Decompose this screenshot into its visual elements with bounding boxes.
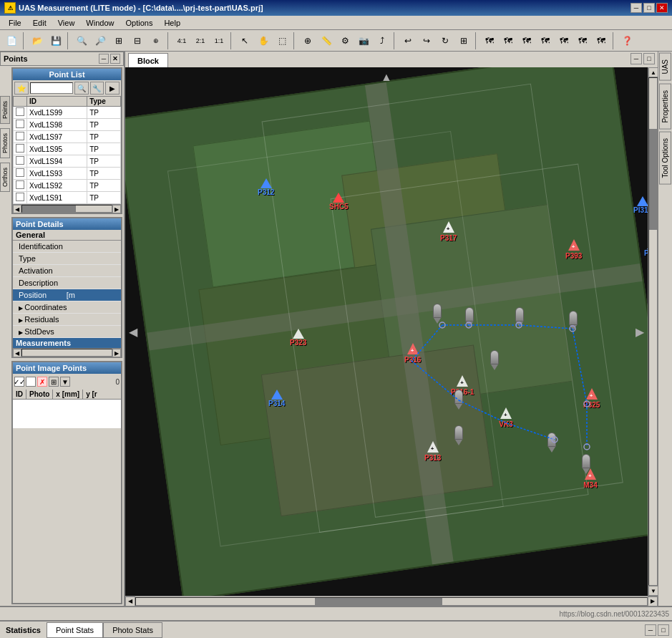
map-point-p393[interactable]: + P393 bbox=[565, 239, 582, 260]
tb-layer5[interactable]: 🗺 bbox=[555, 32, 573, 49]
right-tab-tooloptions[interactable]: Tool Options bbox=[659, 132, 671, 185]
map-nav-left[interactable]: ◀ bbox=[129, 325, 137, 339]
menu-help[interactable]: Help bbox=[158, 17, 186, 29]
tb-ratio-2to1[interactable]: 2:1 bbox=[192, 32, 209, 49]
tb-new[interactable]: 📄 bbox=[3, 32, 20, 49]
right-tab-uas[interactable]: UAS bbox=[659, 53, 671, 81]
table-row[interactable]: XvdL1S93 TP bbox=[14, 168, 121, 180]
details-stddevs[interactable]: StdDevs bbox=[13, 326, 121, 338]
hscroll-track[interactable] bbox=[21, 205, 112, 213]
details-general[interactable]: General bbox=[13, 230, 121, 241]
tb-layer7[interactable]: 🗺 bbox=[593, 32, 610, 49]
tb-select-rect[interactable]: ⬚ bbox=[273, 32, 291, 49]
tb-measure[interactable]: 📏 bbox=[318, 32, 335, 49]
table-row[interactable]: XvdL1S92 TP bbox=[14, 180, 121, 192]
map-nav-up[interactable]: ▲ bbox=[381, 71, 392, 84]
map-hscroll[interactable]: ◀ ▶ bbox=[125, 596, 658, 606]
tb-help[interactable]: ❓ bbox=[618, 32, 636, 49]
details-position[interactable]: Position [m bbox=[13, 289, 121, 301]
table-row[interactable]: XvdL1S97 TP bbox=[14, 131, 121, 143]
details-hscroll-right[interactable]: ▶ bbox=[112, 349, 121, 357]
tb-zoom-fit[interactable]: ⊞ bbox=[110, 32, 127, 49]
menu-window[interactable]: Window bbox=[80, 17, 120, 29]
tb-ratio-4to1[interactable]: 4:1 bbox=[173, 32, 190, 49]
tb-layer1[interactable]: 🗺 bbox=[481, 32, 498, 49]
pip-table-btn[interactable]: ⊞ bbox=[49, 377, 59, 387]
menu-file[interactable]: File bbox=[3, 17, 27, 29]
tb-settings[interactable]: ⚙ bbox=[336, 32, 354, 49]
details-measurements[interactable]: Measurements bbox=[13, 338, 121, 348]
tb-cursor[interactable]: ↖ bbox=[236, 32, 253, 49]
close-button[interactable]: ✕ bbox=[656, 3, 668, 13]
point-search-input[interactable] bbox=[30, 82, 73, 94]
point-search-btn[interactable]: 🔍 bbox=[74, 82, 89, 95]
map-point-p384[interactable]: P384 bbox=[644, 239, 648, 257]
vscroll-track[interactable] bbox=[648, 77, 658, 586]
stats-max-btn[interactable]: □ bbox=[658, 624, 669, 636]
maximize-button[interactable]: □ bbox=[643, 3, 655, 13]
sidebar-tab-orthos[interactable]: Orthos bbox=[0, 163, 10, 192]
points-panel-close[interactable]: ✕ bbox=[110, 54, 120, 64]
tb-filter[interactable]: ⊞ bbox=[455, 32, 472, 49]
details-identification[interactable]: Identification bbox=[13, 241, 121, 253]
details-hscroll-left[interactable]: ◀ bbox=[13, 349, 21, 357]
vscroll-down[interactable]: ▼ bbox=[648, 586, 658, 596]
map-area[interactable]: ▲ ◀ ▶ P312 SHC5 bbox=[125, 67, 648, 596]
stats-tab-photo-stats[interactable]: Photo Stats bbox=[103, 622, 162, 638]
tb-zoom-out[interactable]: 🔎 bbox=[92, 32, 109, 49]
point-list-scroll[interactable]: ID Type XvdL1S99 TP XvdL1S98 TP XvdL1S97 bbox=[13, 96, 121, 204]
col-id[interactable]: ID bbox=[27, 97, 87, 107]
block-tab-min[interactable]: ─ bbox=[630, 53, 642, 64]
details-description[interactable]: Description bbox=[13, 277, 121, 289]
tb-save[interactable]: 💾 bbox=[47, 32, 64, 49]
pip-checkbox-cross[interactable]: ✗ bbox=[37, 377, 47, 387]
hscroll-right-btn[interactable]: ▶ bbox=[648, 596, 658, 606]
tb-layer2[interactable]: 🗺 bbox=[500, 32, 517, 49]
details-hscroll[interactable]: ◀ ▶ bbox=[13, 348, 121, 357]
pip-dropdown-btn[interactable]: ▼ bbox=[60, 377, 70, 387]
point-filter-btn[interactable]: 🔧 bbox=[90, 82, 104, 95]
tb-refresh[interactable]: ↻ bbox=[437, 32, 454, 49]
hscroll-left[interactable]: ◀ bbox=[13, 205, 21, 213]
table-row[interactable]: XvdL1S91 TP bbox=[14, 192, 121, 204]
table-row[interactable]: XvdL1S99 TP bbox=[14, 107, 121, 119]
col-type[interactable]: Type bbox=[87, 97, 121, 107]
map-vscroll[interactable]: ▲ ▼ bbox=[648, 67, 658, 596]
tb-zoom-select[interactable]: ⊟ bbox=[129, 32, 146, 49]
map-point-p312[interactable]: P312 bbox=[258, 178, 274, 196]
tb-photo[interactable]: 📷 bbox=[355, 32, 372, 49]
map-point-vk3[interactable]: + VK3 bbox=[499, 407, 513, 428]
tb-open[interactable]: 📂 bbox=[29, 32, 46, 49]
tb-export[interactable]: ⤴ bbox=[374, 32, 391, 49]
hscroll-left-btn[interactable]: ◀ bbox=[125, 596, 135, 606]
map-point-shc5[interactable]: SHC5 bbox=[329, 193, 349, 211]
details-type[interactable]: Type bbox=[13, 253, 121, 265]
map-point-p317[interactable]: + P317 bbox=[440, 221, 457, 242]
tb-layer4[interactable]: 🗺 bbox=[537, 32, 554, 49]
block-tab-max[interactable]: □ bbox=[643, 53, 655, 64]
menu-view[interactable]: View bbox=[52, 17, 81, 29]
details-residuals[interactable]: Residuals bbox=[13, 314, 121, 326]
tb-pan[interactable]: ✋ bbox=[255, 32, 272, 49]
map-point-p323[interactable]: P323 bbox=[290, 329, 306, 347]
table-row[interactable]: XvdL1S94 TP bbox=[14, 155, 121, 168]
details-hscroll-track[interactable] bbox=[21, 349, 112, 357]
map-point-p313[interactable]: + P313 bbox=[424, 441, 441, 462]
tb-redo[interactable]: ↪ bbox=[418, 32, 435, 49]
tb-ratio-1to1[interactable]: 1:1 bbox=[210, 32, 228, 49]
tb-zoom-in[interactable]: 🔍 bbox=[73, 32, 90, 49]
map-point-p325[interactable]: + P325 bbox=[583, 388, 600, 409]
table-row[interactable]: XvdL1S98 TP bbox=[14, 119, 121, 131]
hscroll-right[interactable]: ▶ bbox=[112, 205, 121, 213]
point-more-btn[interactable]: ▶ bbox=[105, 82, 120, 95]
right-tab-properties[interactable]: Properties bbox=[659, 84, 671, 130]
tb-points[interactable]: ⊕ bbox=[299, 32, 316, 49]
map-nav-right[interactable]: ▶ bbox=[636, 325, 644, 339]
table-row[interactable]: XvdL1S95 TP bbox=[14, 143, 121, 155]
point-add-btn[interactable]: ⭐ bbox=[14, 82, 29, 95]
points-panel-min[interactable]: ─ bbox=[99, 54, 109, 64]
tb-zoom-100[interactable]: ⊕ bbox=[147, 32, 165, 49]
minimize-button[interactable]: ─ bbox=[630, 3, 642, 13]
sidebar-tab-points[interactable]: Points bbox=[0, 96, 10, 124]
stats-min-btn[interactable]: ─ bbox=[645, 624, 656, 636]
